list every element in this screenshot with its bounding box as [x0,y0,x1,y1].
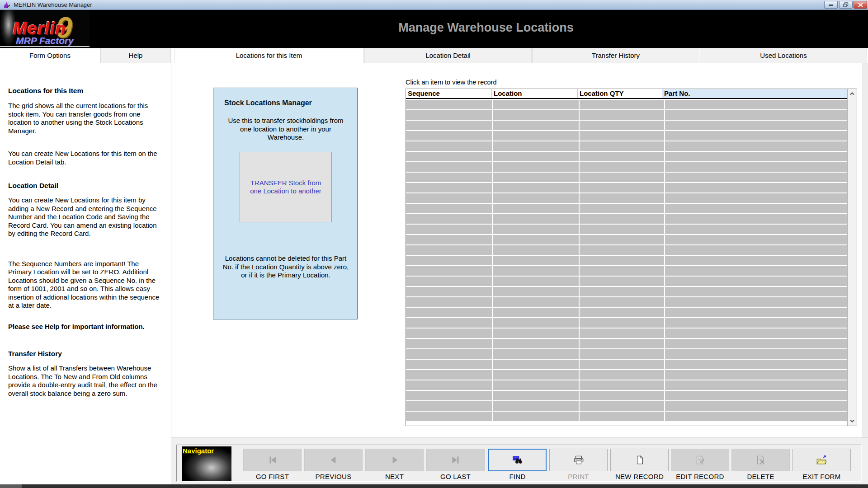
table-cell [406,214,492,224]
column-header-sequence[interactable]: Sequence [406,89,492,98]
grid-body[interactable] [406,100,847,426]
previous-button[interactable] [304,449,363,471]
table-row[interactable] [406,235,847,244]
next-button[interactable] [365,449,424,471]
see-help-note: Please see Help for important informatio… [8,323,162,331]
go-last-button[interactable] [426,449,485,471]
table-row[interactable] [406,173,847,182]
find-button[interactable] [488,449,547,471]
column-header-location[interactable]: Location [492,89,578,98]
print-button[interactable] [549,449,608,471]
table-row[interactable] [406,152,847,161]
minimize-button[interactable] [824,1,838,9]
table-cell [580,214,664,224]
column-header-location-qty[interactable]: Location QTY [578,89,662,98]
table-cell [665,110,847,120]
table-row[interactable] [406,256,847,265]
table-row[interactable] [406,370,847,380]
tab-locations-for-this-item[interactable]: Locations for this Item [174,48,364,63]
table-row[interactable] [406,380,847,390]
table-row[interactable] [406,204,847,213]
table-cell [580,110,664,120]
go-first-button[interactable] [243,449,302,471]
table-row[interactable] [406,131,847,141]
table-row[interactable] [406,183,847,192]
table-cell [406,380,492,390]
table-row[interactable] [406,391,847,400]
table-row[interactable] [406,100,847,109]
table-row[interactable] [406,318,847,328]
grid-scrollbar[interactable] [847,89,857,426]
minimize-icon [828,3,834,7]
go-first-label: GO FIRST [243,473,302,480]
table-cell [406,287,492,296]
go-last-label: GO LAST [426,473,485,480]
restore-icon [843,2,849,7]
table-cell [493,121,579,130]
tab-used-locations[interactable]: Used Locations [700,48,867,63]
tab-transfer-history[interactable]: Transfer History [532,48,699,63]
table-cell [406,173,492,182]
table-cell [665,204,847,213]
section-heading: Location Detail [8,182,162,190]
table-row[interactable] [406,277,847,286]
go-last-icon [450,455,462,465]
sidebar-divider [171,48,171,437]
table-cell [493,152,579,161]
close-button[interactable] [854,1,867,9]
table-row[interactable] [406,225,847,234]
table-cell [406,349,492,359]
table-cell [493,308,579,317]
table-cell [580,100,664,109]
locations-grid[interactable]: Sequence Location Location QTY Part No. [406,89,857,426]
table-cell [406,266,492,276]
section-paragraph: You can create New Locations for this it… [8,150,162,166]
table-row[interactable] [406,245,847,255]
titlebar: MERLIN Warehouse Manager [0,0,868,10]
transfer-stock-button[interactable]: TRANSFER Stock from one Location to anot… [240,152,332,222]
table-row[interactable] [406,121,847,130]
exit-form-button[interactable] [793,449,851,471]
new-record-icon [634,455,646,465]
table-row[interactable] [406,297,847,307]
scroll-up-button[interactable] [848,89,857,98]
table-row[interactable] [406,110,847,120]
tab-location-detail[interactable]: Location Detail [364,48,532,63]
sidebar-tab-form-options[interactable]: Form Options [0,48,100,63]
table-row[interactable] [406,287,847,296]
table-row[interactable] [406,308,847,317]
table-cell [493,287,579,296]
table-row[interactable] [406,412,847,421]
find-label: FIND [488,473,547,480]
new-record-button[interactable] [610,449,669,471]
table-row[interactable] [406,214,847,224]
table-cell [580,256,664,265]
table-cell [665,131,847,141]
table-row[interactable] [406,360,847,369]
table-row[interactable] [406,339,847,348]
sidebar-tab-help[interactable]: Help [100,48,171,63]
table-row[interactable] [406,162,847,172]
scroll-down-button[interactable] [848,417,857,426]
edit-record-button[interactable] [671,449,729,471]
table-cell [493,266,579,276]
restore-button[interactable] [839,1,853,9]
column-header-part-no[interactable]: Part No. [662,89,847,98]
table-row[interactable] [406,141,847,151]
table-row[interactable] [406,193,847,203]
table-cell [665,256,847,265]
table-cell [406,256,492,265]
table-cell [406,225,492,234]
table-cell [406,183,492,192]
table-cell [580,235,664,244]
table-cell [580,349,664,359]
table-row[interactable] [406,349,847,359]
table-row[interactable] [406,328,847,338]
go-first-icon [267,455,278,465]
delete-button[interactable] [731,449,790,471]
table-cell [406,277,492,286]
table-cell [493,360,579,369]
table-cell [580,391,664,400]
table-row[interactable] [406,401,847,411]
table-row[interactable] [406,266,847,276]
